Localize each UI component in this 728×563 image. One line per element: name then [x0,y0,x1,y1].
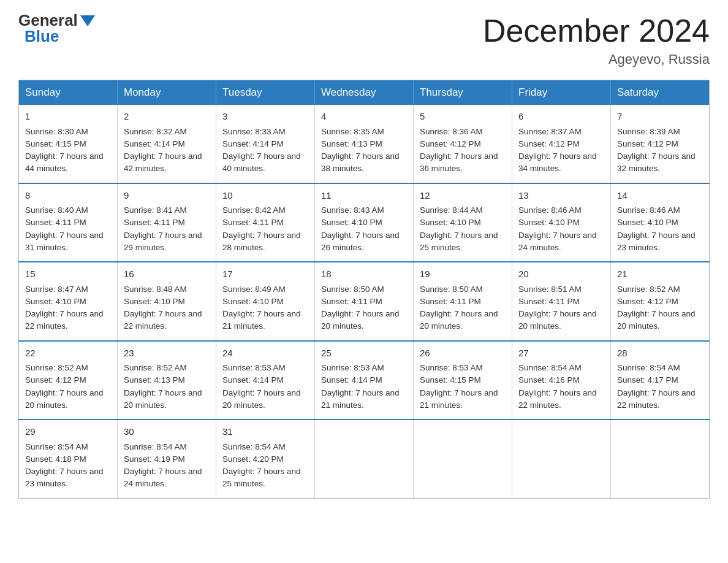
calendar-cell: 8Sunrise: 8:40 AMSunset: 4:11 PMDaylight… [19,183,118,262]
calendar-cell: 17Sunrise: 8:49 AMSunset: 4:10 PMDayligh… [216,262,315,341]
day-number: 29 [25,425,111,439]
calendar-cell [512,419,611,498]
calendar-cell [611,419,710,498]
calendar-cell: 3Sunrise: 8:33 AMSunset: 4:14 PMDaylight… [216,105,315,183]
calendar-cell: 16Sunrise: 8:48 AMSunset: 4:10 PMDayligh… [118,262,216,341]
calendar-cell: 20Sunrise: 8:51 AMSunset: 4:11 PMDayligh… [512,262,611,341]
day-number: 25 [321,347,407,361]
day-number: 18 [321,267,407,282]
day-number: 19 [420,267,506,282]
calendar-cell: 31Sunrise: 8:54 AMSunset: 4:20 PMDayligh… [216,419,315,498]
day-number: 1 [25,110,111,124]
calendar-cell: 25Sunrise: 8:53 AMSunset: 4:14 PMDayligh… [315,341,414,420]
calendar-cell: 24Sunrise: 8:53 AMSunset: 4:14 PMDayligh… [216,341,315,420]
calendar-cell: 10Sunrise: 8:42 AMSunset: 4:11 PMDayligh… [216,183,315,262]
day-number: 3 [222,110,308,124]
day-number: 30 [124,425,210,439]
day-number: 31 [222,425,308,439]
day-number: 20 [518,267,604,282]
day-number: 14 [617,189,703,203]
day-number: 2 [124,110,210,124]
header-tuesday: Tuesday [216,80,315,105]
calendar-cell: 5Sunrise: 8:36 AMSunset: 4:12 PMDaylight… [414,105,512,183]
day-number: 5 [420,110,506,124]
header-sunday: Sunday [19,80,118,105]
location-label: Ageyevo, Russia [483,52,710,67]
header-thursday: Thursday [414,80,512,105]
header-saturday: Saturday [611,80,710,105]
calendar-week-row: 15Sunrise: 8:47 AMSunset: 4:10 PMDayligh… [19,262,710,341]
month-title: December 2024 [483,12,710,49]
calendar-cell: 21Sunrise: 8:52 AMSunset: 4:12 PMDayligh… [611,262,710,341]
calendar-week-row: 1Sunrise: 8:30 AMSunset: 4:15 PMDaylight… [19,105,710,183]
day-number: 11 [321,189,407,203]
calendar-cell: 23Sunrise: 8:52 AMSunset: 4:13 PMDayligh… [118,341,216,420]
day-number: 23 [124,347,210,361]
day-number: 27 [518,347,604,361]
day-number: 16 [124,267,210,282]
day-number: 17 [222,267,308,282]
calendar-cell: 30Sunrise: 8:54 AMSunset: 4:19 PMDayligh… [118,419,216,498]
title-section: December 2024 Ageyevo, Russia [483,12,710,67]
day-number: 6 [518,110,604,124]
day-number: 15 [25,267,111,282]
logo-blue-text: Blue [25,28,59,44]
calendar-cell: 4Sunrise: 8:35 AMSunset: 4:13 PMDaylight… [315,105,414,183]
day-number: 10 [222,189,308,203]
day-number: 21 [617,267,703,282]
calendar-cell: 7Sunrise: 8:39 AMSunset: 4:12 PMDaylight… [611,105,710,183]
calendar-cell: 27Sunrise: 8:54 AMSunset: 4:16 PMDayligh… [512,341,611,420]
calendar-cell: 26Sunrise: 8:53 AMSunset: 4:15 PMDayligh… [414,341,512,420]
calendar-week-row: 22Sunrise: 8:52 AMSunset: 4:12 PMDayligh… [19,341,710,420]
logo-general-text: General [18,12,78,28]
calendar-cell: 9Sunrise: 8:41 AMSunset: 4:11 PMDaylight… [118,183,216,262]
header-wednesday: Wednesday [315,80,414,105]
day-number: 24 [222,347,308,361]
calendar-week-row: 8Sunrise: 8:40 AMSunset: 4:11 PMDaylight… [19,183,710,262]
day-number: 13 [518,189,604,203]
header-monday: Monday [118,80,216,105]
calendar-cell [414,419,512,498]
day-number: 7 [617,110,703,124]
header-friday: Friday [512,80,611,105]
calendar-cell: 6Sunrise: 8:37 AMSunset: 4:12 PMDaylight… [512,105,611,183]
day-number: 12 [420,189,506,203]
calendar-cell: 15Sunrise: 8:47 AMSunset: 4:10 PMDayligh… [19,262,118,341]
calendar-cell: 1Sunrise: 8:30 AMSunset: 4:15 PMDaylight… [19,105,118,183]
logo-triangle-icon [80,15,95,26]
calendar-cell: 2Sunrise: 8:32 AMSunset: 4:14 PMDaylight… [118,105,216,183]
calendar-week-row: 29Sunrise: 8:54 AMSunset: 4:18 PMDayligh… [19,419,710,498]
calendar-header-row: SundayMondayTuesdayWednesdayThursdayFrid… [19,80,710,105]
calendar-cell: 22Sunrise: 8:52 AMSunset: 4:12 PMDayligh… [19,341,118,420]
calendar-cell: 13Sunrise: 8:46 AMSunset: 4:10 PMDayligh… [512,183,611,262]
day-number: 4 [321,110,407,124]
day-number: 26 [420,347,506,361]
day-number: 9 [124,189,210,203]
day-number: 8 [25,189,111,203]
calendar-table: SundayMondayTuesdayWednesdayThursdayFrid… [18,80,710,499]
page-header: General Blue December 2024 Ageyevo, Russ… [18,12,710,67]
day-number: 28 [617,347,703,361]
calendar-cell: 11Sunrise: 8:43 AMSunset: 4:10 PMDayligh… [315,183,414,262]
calendar-cell: 19Sunrise: 8:50 AMSunset: 4:11 PMDayligh… [414,262,512,341]
calendar-cell: 14Sunrise: 8:46 AMSunset: 4:10 PMDayligh… [611,183,710,262]
calendar-cell: 28Sunrise: 8:54 AMSunset: 4:17 PMDayligh… [611,341,710,420]
day-number: 22 [25,347,111,361]
calendar-cell: 12Sunrise: 8:44 AMSunset: 4:10 PMDayligh… [414,183,512,262]
calendar-cell: 29Sunrise: 8:54 AMSunset: 4:18 PMDayligh… [19,419,118,498]
calendar-cell [315,419,414,498]
calendar-cell: 18Sunrise: 8:50 AMSunset: 4:11 PMDayligh… [315,262,414,341]
logo: General Blue [18,12,95,44]
